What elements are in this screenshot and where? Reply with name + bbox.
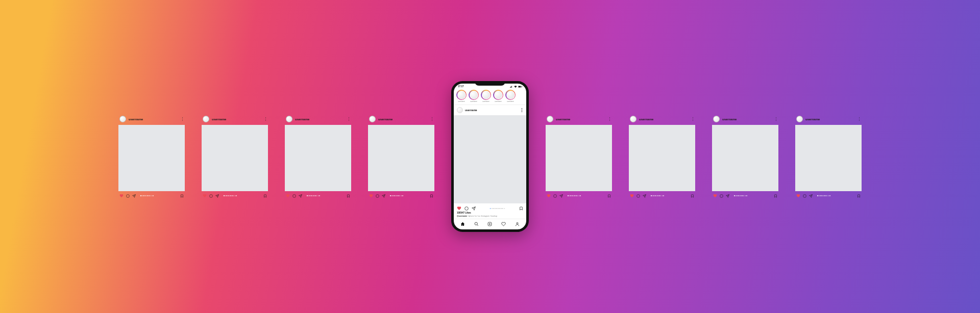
carousel-dots — [224, 195, 237, 196]
post-menu-icon[interactable] — [521, 107, 524, 113]
post-username[interactable]: username — [295, 118, 345, 121]
heart-icon[interactable] — [796, 194, 800, 198]
avatar[interactable] — [119, 116, 126, 122]
svg-rect-9 — [519, 86, 521, 87]
share-icon[interactable] — [472, 206, 476, 211]
heart-icon[interactable] — [369, 194, 373, 198]
post-menu-icon[interactable] — [181, 116, 184, 122]
share-icon[interactable] — [382, 194, 385, 198]
bookmark-icon[interactable] — [691, 194, 694, 198]
share-icon[interactable] — [809, 194, 813, 198]
post-username[interactable]: username — [722, 118, 772, 121]
bookmark-icon[interactable] — [519, 206, 523, 211]
comment-icon[interactable] — [209, 194, 213, 198]
post-image-placeholder[interactable] — [795, 125, 862, 191]
stories-row[interactable]: username username username username user… — [454, 88, 526, 105]
comment-icon[interactable] — [126, 194, 130, 198]
bookmark-icon[interactable] — [607, 194, 611, 198]
heart-icon[interactable] — [203, 194, 207, 198]
share-icon[interactable] — [559, 194, 563, 198]
bookmark-icon[interactable] — [263, 194, 267, 198]
status-time: 17:17 — [458, 85, 464, 88]
post-menu-icon[interactable] — [348, 116, 351, 122]
bookmark-icon[interactable] — [430, 194, 433, 198]
avatar[interactable] — [457, 107, 463, 113]
svg-point-0 — [127, 194, 130, 197]
post-image-placeholder[interactable] — [629, 125, 695, 191]
post-image-placeholder[interactable] — [368, 125, 434, 191]
post-menu-icon[interactable] — [264, 116, 267, 122]
likes-count[interactable]: 100547 Likes — [454, 212, 526, 215]
post-username[interactable]: username — [805, 118, 855, 121]
phone-frame: 17:17 username username username usernam… — [451, 81, 529, 232]
story-item[interactable]: username — [493, 90, 503, 102]
bookmark-icon[interactable] — [180, 194, 184, 198]
bookmark-icon[interactable] — [774, 194, 777, 198]
comment-icon[interactable] — [720, 194, 723, 198]
battery-icon — [518, 86, 522, 88]
avatar[interactable] — [547, 116, 553, 122]
caption-username[interactable]: @username — [457, 215, 467, 217]
heart-icon[interactable] — [547, 194, 551, 198]
comment-icon[interactable] — [803, 194, 806, 198]
profile-icon[interactable] — [515, 222, 520, 226]
avatar[interactable] — [286, 116, 292, 122]
bookmark-icon[interactable] — [857, 194, 861, 198]
heart-icon[interactable] — [630, 194, 634, 198]
avatar[interactable] — [630, 116, 636, 122]
post-username[interactable]: username — [556, 118, 606, 121]
share-icon[interactable] — [299, 194, 302, 198]
carousel-dots — [307, 195, 320, 196]
comment-icon[interactable] — [636, 194, 640, 198]
post-username[interactable]: username — [639, 118, 689, 121]
activity-icon[interactable] — [501, 222, 506, 226]
add-post-icon[interactable] — [487, 222, 492, 226]
post-username[interactable]: username — [465, 109, 519, 112]
post-menu-icon[interactable] — [608, 116, 611, 122]
bookmark-icon[interactable] — [347, 194, 350, 198]
post-menu-icon[interactable] — [431, 116, 434, 122]
comment-icon[interactable] — [464, 206, 469, 211]
svg-point-16 — [637, 194, 640, 197]
heart-icon[interactable] — [119, 194, 124, 198]
avatar[interactable] — [369, 116, 376, 122]
avatar[interactable] — [796, 116, 803, 122]
heart-icon[interactable] — [286, 194, 290, 198]
carousel-dots — [651, 195, 664, 196]
story-item[interactable]: username — [469, 90, 479, 102]
share-icon[interactable] — [643, 194, 646, 198]
avatar[interactable] — [203, 116, 209, 122]
post-username[interactable]: username — [212, 118, 262, 121]
share-icon[interactable] — [215, 194, 219, 198]
post-image-placeholder[interactable] — [285, 125, 351, 191]
post-image-placeholder[interactable] — [202, 125, 268, 191]
comment-icon[interactable] — [553, 194, 557, 198]
post-menu-icon[interactable] — [775, 116, 778, 122]
comment-icon[interactable] — [292, 194, 296, 198]
search-icon[interactable] — [474, 222, 479, 226]
share-icon[interactable] — [132, 194, 136, 198]
story-item[interactable]: username — [481, 90, 491, 102]
svg-point-15 — [554, 194, 557, 197]
carousel-dots — [479, 208, 516, 209]
carousel-dots — [390, 195, 403, 196]
svg-rect-10 — [522, 86, 522, 87]
post-image-placeholder[interactable] — [546, 125, 612, 191]
phone-notch — [475, 81, 505, 86]
story-item[interactable]: username — [456, 90, 467, 102]
svg-point-14 — [517, 223, 518, 224]
heart-icon[interactable] — [457, 206, 461, 211]
post-username[interactable]: username — [129, 118, 179, 121]
comment-icon[interactable] — [376, 194, 379, 198]
share-icon[interactable] — [726, 194, 729, 198]
home-icon[interactable] — [460, 222, 465, 226]
post-image-placeholder[interactable] — [454, 115, 526, 203]
post-menu-icon[interactable] — [692, 116, 695, 122]
heart-icon[interactable] — [713, 194, 717, 198]
post-menu-icon[interactable] — [858, 116, 861, 122]
post-image-placeholder[interactable] — [118, 125, 185, 191]
post-username[interactable]: username — [378, 118, 428, 121]
story-item[interactable]: username — [505, 90, 516, 102]
post-image-placeholder[interactable] — [712, 125, 778, 191]
avatar[interactable] — [713, 116, 720, 122]
